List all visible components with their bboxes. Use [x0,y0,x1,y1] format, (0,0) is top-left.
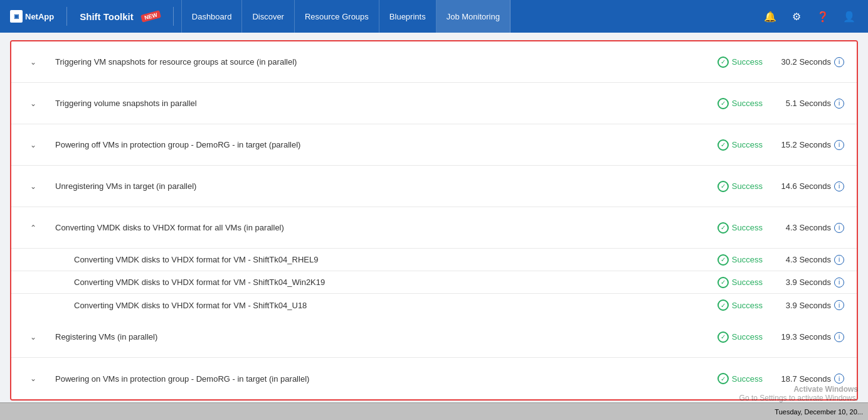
status-cell: ✓ Success [687,373,763,384]
info-icon[interactable]: i [834,332,844,342]
task-name: Powering on VMs in protection group - De… [43,374,687,384]
nav-job-monitoring[interactable]: Job Monitoring [437,0,511,33]
status-cell: ✓ Success [687,277,763,288]
info-icon[interactable]: i [834,223,844,233]
nav-discover[interactable]: Discover [242,0,295,33]
sub-rows-container: Converting VMDK disks to VHDX format for… [11,249,857,316]
help-question-icon[interactable]: ❓ [814,8,832,25]
time-value: 3.9 Seconds [786,301,831,310]
nav-divider-1 [66,7,67,26]
time-value: 3.9 Seconds [786,277,831,287]
chevron-down-icon[interactable]: ⌄ [24,58,43,67]
chevron-up-icon[interactable]: ⌃ [24,223,43,232]
status-label: Success [732,277,763,287]
top-navigation: ▣ NetApp Shift Toolkit NEW Dashboard Dis… [0,0,868,33]
nav-divider-2 [173,7,174,26]
sub-task-name: Converting VMDK disks to VHDX format for… [61,255,687,264]
time-value: 14.6 Seconds [781,181,831,191]
nav-resource-groups[interactable]: Resource Groups [295,0,379,33]
success-check-icon: ✓ [717,222,729,234]
user-avatar-icon[interactable]: 👤 [840,8,858,25]
table-row: ⌄ Powering on VMs in protection group - … [11,358,857,399]
list-item: Converting VMDK disks to VHDX format for… [11,249,857,271]
status-cell: ✓ Success [687,222,763,234]
table-row: ⌄ Triggering volume snapshots in paralle… [11,83,857,124]
info-icon[interactable]: i [834,374,844,384]
info-icon[interactable]: i [834,140,844,150]
shift-toolkit-label: Shift Toolkit [80,11,134,22]
main-content: ⌄ Triggering VM snapshots for resource g… [0,33,868,420]
info-icon[interactable]: i [834,255,844,265]
taskbar: Tuesday, December 10, 20... [0,402,868,420]
success-check-icon: ✓ [717,299,729,311]
chevron-down-icon[interactable]: ⌄ [24,99,43,108]
success-check-icon: ✓ [717,331,729,343]
success-check-icon: ✓ [717,139,729,151]
task-name: Powering off VMs in protection group - D… [43,140,687,149]
info-icon[interactable]: i [834,277,844,288]
status-cell: ✓ Success [687,139,763,151]
nav-dashboard[interactable]: Dashboard [181,0,243,33]
table-row: ⌄ Unregistering VMs in target (in parall… [11,166,857,207]
nav-right-icons: 🔔 ⚙ ❓ 👤 [761,8,858,25]
status-success: ✓ Success [717,277,763,288]
table-row: ⌄ Powering off VMs in protection group -… [11,124,857,166]
netapp-label: NetApp [25,12,54,21]
status-label: Success [732,99,763,108]
time-cell: 3.9 Seconds i [775,277,844,288]
status-success: ✓ Success [717,222,763,234]
task-name: Registering VMs (in parallel) [43,332,687,342]
notification-bell-icon[interactable]: 🔔 [761,8,779,25]
time-cell: 5.1 Seconds i [775,99,844,109]
table-row: ⌄ Triggering VM snapshots for resource g… [11,41,857,83]
chevron-down-icon[interactable]: ⌄ [24,141,43,149]
success-check-icon: ✓ [717,181,729,192]
success-check-icon: ✓ [717,254,729,266]
success-check-icon: ✓ [717,98,729,109]
status-label: Success [732,140,763,149]
status-cell: ✓ Success [687,254,763,266]
success-check-icon: ✓ [717,277,729,288]
time-value: 15.2 Seconds [781,140,831,149]
status-success: ✓ Success [717,254,763,266]
status-cell: ✓ Success [687,181,763,192]
time-cell: 4.3 Seconds i [775,223,844,233]
time-cell: 30.2 Seconds i [775,57,844,67]
status-success: ✓ Success [717,181,763,192]
info-icon[interactable]: i [834,99,844,109]
status-cell: ✓ Success [687,98,763,109]
time-value: 30.2 Seconds [781,57,831,67]
status-success: ✓ Success [717,373,763,384]
status-cell: ✓ Success [687,57,763,68]
time-value: 4.3 Seconds [786,255,831,264]
status-label: Success [732,57,763,67]
time-cell: 15.2 Seconds i [775,140,844,150]
chevron-down-icon[interactable]: ⌄ [24,182,43,191]
list-item: Converting VMDK disks to VHDX format for… [11,271,857,294]
info-icon[interactable]: i [834,181,844,191]
brand-area: ▣ NetApp Shift Toolkit NEW [10,7,161,26]
status-label: Success [732,181,763,191]
nav-links: Dashboard Discover Resource Groups Bluep… [181,0,761,33]
status-success: ✓ Success [717,139,763,151]
task-name: Converting VMDK disks to VHDX format for… [43,223,687,232]
taskbar-datetime: Tuesday, December 10, 20... [775,408,863,416]
settings-gear-icon[interactable]: ⚙ [788,8,805,25]
chevron-down-icon[interactable]: ⌄ [24,374,43,383]
status-label: Success [732,255,763,264]
info-icon[interactable]: i [834,57,844,67]
status-label: Success [732,301,763,310]
time-value: 18.7 Seconds [781,374,831,384]
task-name: Unregistering VMs in target (in parallel… [43,181,687,191]
netapp-logo: ▣ NetApp [10,10,54,23]
status-success: ✓ Success [717,98,763,109]
sub-task-name: Converting VMDK disks to VHDX format for… [61,301,687,310]
info-icon[interactable]: i [834,300,844,310]
table-row: ⌄ Registering VMs (in parallel) ✓ Succes… [11,316,857,358]
new-badge: NEW [140,10,161,23]
status-success: ✓ Success [717,331,763,343]
chevron-down-icon[interactable]: ⌄ [24,333,43,342]
time-cell: 19.3 Seconds i [775,332,844,342]
nav-blueprints[interactable]: Blueprints [379,0,437,33]
time-cell: 3.9 Seconds i [775,300,844,310]
